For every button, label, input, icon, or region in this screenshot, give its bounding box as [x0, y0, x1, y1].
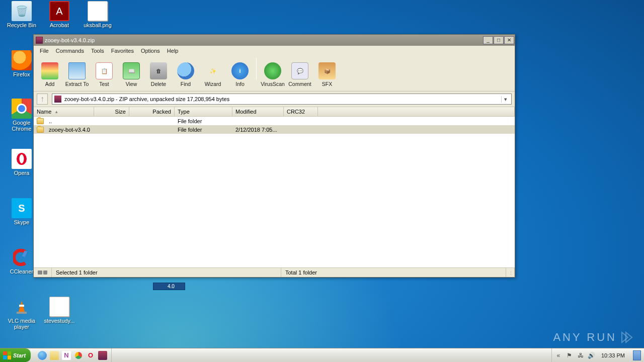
toolbar-find[interactable]: Find: [173, 61, 199, 88]
minimize-button[interactable]: _: [483, 36, 493, 44]
skype-icon: S: [12, 198, 32, 218]
address-dropdown[interactable]: ▾: [501, 96, 509, 103]
desktop-uksball[interactable]: uksball.png: [79, 1, 116, 28]
toolbar-test[interactable]: 📋Test: [91, 61, 117, 88]
firefox-icon: [12, 50, 32, 70]
find-icon: [177, 62, 194, 79]
col-crc[interactable]: CRC32: [284, 107, 318, 116]
menu-commands[interactable]: Commands: [53, 47, 87, 55]
toolbar-extract[interactable]: Extract To: [64, 61, 90, 88]
address-text: zooey-bot-v3.4.0.zip - ZIP archive, unpa…: [64, 96, 229, 102]
maximize-button[interactable]: □: [494, 36, 504, 44]
folder-icon: [37, 118, 44, 124]
tray-network-icon[interactable]: 🖧: [577, 352, 584, 359]
quicklaunch: N O: [34, 348, 112, 362]
menu-tools[interactable]: Tools: [88, 47, 107, 55]
tray-volume-icon[interactable]: 🔊: [588, 352, 595, 359]
add-icon: [41, 62, 58, 79]
desktop-recycle-bin[interactable]: 🗑️ Recycle Bin: [4, 1, 40, 28]
opera-icon: [12, 149, 32, 169]
window-title: zooey-bot-v3.4.0.zip: [45, 37, 95, 43]
ccleaner-icon: [12, 247, 32, 267]
ql-onenote[interactable]: N: [62, 351, 71, 360]
svg-rect-5: [17, 312, 27, 314]
col-modified[interactable]: Modified: [232, 107, 284, 116]
col-packed[interactable]: Packed: [129, 107, 175, 116]
list-item[interactable]: zooey-bot-v3.4.0 File folder 2/12/2018 7…: [34, 125, 515, 134]
taskbar: Start N O « ⚑ 🖧 🔊 10:33 PM: [0, 348, 644, 362]
toolbar-info[interactable]: iInfo: [227, 61, 253, 88]
chrome-icon: [12, 99, 32, 119]
col-size[interactable]: Size: [94, 107, 129, 116]
info-icon: i: [231, 62, 249, 79]
up-button[interactable]: ↑: [37, 94, 48, 105]
vlc-icon: [12, 297, 32, 317]
delete-icon: 🗑: [150, 62, 167, 79]
status-total: Total 1 folder: [281, 268, 506, 277]
close-button[interactable]: ✕: [504, 36, 514, 44]
winrar-app-icon: [36, 37, 43, 44]
ql-ie[interactable]: [38, 351, 47, 360]
desktop-icon-label: stevestudy...: [41, 318, 77, 324]
test-icon: 📋: [96, 62, 113, 79]
address-bar[interactable]: zooey-bot-v3.4.0.zip - ZIP archive, unpa…: [52, 94, 512, 105]
toolbar-sfx[interactable]: 📦SFX: [314, 61, 340, 88]
status-selected: Selected 1 folder: [52, 268, 281, 277]
toolbar-add[interactable]: Add: [37, 61, 63, 88]
toolbar-wizard[interactable]: ✨Wizard: [200, 61, 226, 88]
toolbar-comment[interactable]: 💬Comment: [287, 61, 313, 88]
nav-row: ↑ zooey-bot-v3.4.0.zip - ZIP archive, un…: [34, 92, 515, 107]
status-icons[interactable]: [34, 268, 52, 277]
menu-options[interactable]: Options: [138, 47, 163, 55]
desktop-vlc[interactable]: VLC media player: [4, 297, 40, 330]
sfx-icon: 📦: [318, 62, 336, 79]
toolbar: Add Extract To 📋Test 📖View 🗑Delete Find …: [34, 56, 515, 92]
toolbar-separator: [256, 58, 257, 80]
col-name[interactable]: Name▲: [34, 107, 94, 116]
ql-explorer[interactable]: [50, 351, 59, 360]
folder-icon: [37, 127, 44, 133]
desktop-stevestudy[interactable]: stevestudy...: [41, 297, 77, 324]
desktop-icon-label: VLC media player: [4, 318, 40, 330]
list-item[interactable]: .. File folder: [34, 117, 515, 125]
winrar-window: zooey-bot-v3.4.0.zip _ □ ✕ File Commands…: [33, 34, 515, 278]
view-icon: 📖: [123, 62, 140, 79]
resize-grip[interactable]: .::: [506, 268, 515, 277]
menu-help[interactable]: Help: [164, 47, 182, 55]
file-icon: [49, 297, 69, 317]
svg-rect-4: [19, 305, 24, 307]
tray-expand-icon[interactable]: «: [555, 352, 562, 359]
desktop-icon-label: Acrobat: [41, 22, 77, 28]
toolbar-delete[interactable]: 🗑Delete: [145, 61, 172, 88]
wizard-icon: ✨: [204, 62, 221, 79]
desktop-acrobat[interactable]: A Acrobat: [41, 1, 77, 28]
ql-chrome[interactable]: [74, 351, 83, 360]
column-headers: Name▲ Size Packed Type Modified CRC32: [34, 107, 515, 117]
clock[interactable]: 10:33 PM: [599, 352, 627, 358]
menu-favorites[interactable]: Favorites: [108, 47, 137, 55]
desktop-icon-label: uksball.png: [79, 22, 116, 28]
show-desktop-button[interactable]: [633, 350, 641, 360]
virusscan-icon: [264, 62, 281, 79]
taskbar-item-stray[interactable]: 4.0: [153, 283, 185, 290]
recycle-bin-icon: 🗑️: [12, 1, 32, 21]
svg-marker-7: [626, 332, 632, 342]
ql-opera[interactable]: O: [86, 351, 95, 360]
windows-flag-icon: [3, 351, 11, 359]
tray-flag-icon[interactable]: ⚑: [566, 352, 573, 359]
toolbar-virusscan[interactable]: VirusScan: [260, 61, 286, 88]
ql-winrar[interactable]: [98, 351, 107, 360]
acrobat-icon: A: [49, 1, 69, 21]
svg-point-1: [20, 154, 24, 163]
menubar: File Commands Tools Favorites Options He…: [34, 46, 515, 56]
titlebar[interactable]: zooey-bot-v3.4.0.zip _ □ ✕: [34, 35, 515, 46]
file-list[interactable]: .. File folder zooey-bot-v3.4.0 File fol…: [34, 117, 515, 267]
watermark: ANY RUN: [553, 331, 633, 344]
col-type[interactable]: Type: [175, 107, 232, 116]
start-button[interactable]: Start: [0, 348, 31, 362]
toolbar-view[interactable]: 📖View: [118, 61, 144, 88]
file-icon: [88, 1, 108, 21]
menu-file[interactable]: File: [37, 47, 52, 55]
archive-icon: [54, 96, 61, 103]
desktop-icon-label: Recycle Bin: [4, 22, 40, 28]
